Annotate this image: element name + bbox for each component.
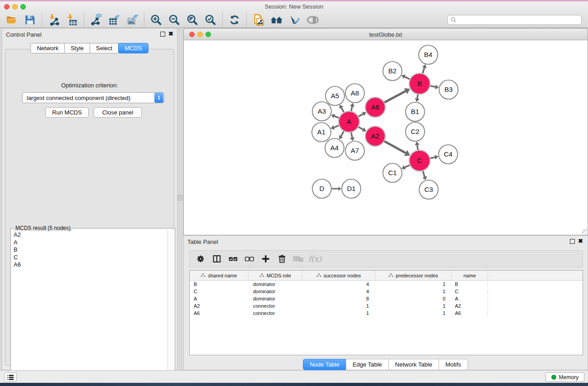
mcds-result-item[interactable]: B bbox=[12, 246, 166, 254]
open-session-button[interactable] bbox=[3, 13, 21, 27]
network-window-titlebar[interactable]: testGlobe.txt bbox=[183, 28, 588, 40]
graph-edge-A-A1[interactable] bbox=[334, 125, 339, 127]
export-network-button[interactable] bbox=[87, 13, 105, 27]
graph-edge-B-B3[interactable] bbox=[430, 86, 435, 87]
close-panel-icon[interactable]: ✖ bbox=[168, 30, 173, 38]
refresh-button[interactable] bbox=[225, 13, 244, 27]
close-panel-button[interactable]: Close panel bbox=[94, 107, 142, 118]
table-settings-button[interactable] bbox=[192, 252, 209, 266]
zoom-fit-button[interactable] bbox=[183, 13, 201, 27]
tab-network[interactable]: Network bbox=[30, 43, 65, 53]
column-layout-button[interactable] bbox=[209, 252, 225, 266]
close-panel-icon[interactable]: ✖ bbox=[578, 238, 583, 245]
memory-button[interactable]: Memory bbox=[545, 372, 584, 382]
task-history-button[interactable] bbox=[4, 372, 17, 382]
graph-edge-A-A8[interactable] bbox=[351, 106, 352, 111]
shared-column-icon bbox=[388, 273, 393, 278]
graph-node-label-A8: A8 bbox=[351, 89, 359, 97]
graph-edge-A-A2[interactable] bbox=[359, 127, 363, 130]
style-validator-button[interactable] bbox=[286, 13, 304, 27]
float-panel-icon[interactable] bbox=[570, 239, 575, 244]
run-mcds-button[interactable]: Run MCDS bbox=[45, 107, 89, 118]
tab-mcds[interactable]: MCDS bbox=[118, 43, 148, 53]
plus-icon bbox=[261, 254, 271, 264]
graph-edge-arrow bbox=[350, 103, 354, 107]
save-session-button[interactable] bbox=[21, 13, 39, 27]
import-network-button[interactable] bbox=[45, 13, 63, 27]
optimization-criterion-label: Optimization criterion: bbox=[5, 82, 174, 89]
shared-column-icon bbox=[201, 273, 206, 278]
tab-node-table[interactable]: Node Table bbox=[303, 359, 346, 370]
search-input[interactable] bbox=[457, 17, 578, 23]
tab-select[interactable]: Select bbox=[90, 43, 119, 53]
mcds-result-box: MCDS result (5 nodes) A2 A B C A6 bbox=[10, 228, 175, 382]
deselect-all-button[interactable] bbox=[241, 252, 258, 266]
graph-edge-C-C4[interactable] bbox=[430, 157, 435, 158]
toolbar-separator bbox=[246, 13, 247, 27]
graph-edge-A-A7[interactable] bbox=[351, 133, 352, 138]
graph-edge-C-C1[interactable] bbox=[405, 165, 410, 167]
result-list-scrollbar[interactable] bbox=[167, 229, 174, 381]
graph-edge-A-A4[interactable] bbox=[341, 131, 344, 136]
graph-edge-A-A3[interactable] bbox=[335, 116, 339, 118]
cell-name: A6 bbox=[452, 310, 488, 316]
column-header-shared-name[interactable]: shared name bbox=[190, 271, 249, 280]
import-table-button[interactable] bbox=[63, 13, 81, 27]
delete-table-button[interactable] bbox=[290, 252, 306, 266]
table-row[interactable]: B dominator 4 1 B bbox=[190, 281, 583, 288]
node-table: shared name MCDS role successor nodes bbox=[189, 270, 583, 355]
zoom-in-button[interactable] bbox=[147, 13, 165, 27]
graph-edge-B-B2[interactable] bbox=[405, 77, 410, 79]
table-row[interactable]: A6 connector 1 1 A6 bbox=[190, 310, 583, 317]
graph-node-label-B2: B2 bbox=[388, 67, 397, 75]
tab-style[interactable]: Style bbox=[64, 43, 90, 53]
criterion-dropdown[interactable]: largest connected component (directed) ▲… bbox=[22, 92, 164, 103]
column-header-mcds-role[interactable]: MCDS role bbox=[249, 271, 302, 280]
graph-edge-A-A5[interactable] bbox=[341, 108, 344, 112]
mcds-result-item[interactable]: C bbox=[12, 254, 166, 262]
toolbar-separator bbox=[84, 13, 84, 27]
graph-edge-B-B1[interactable] bbox=[417, 95, 418, 99]
title-bar: Session: New Session bbox=[0, 1, 588, 11]
mcds-result-title: MCDS result (5 nodes) bbox=[14, 225, 72, 231]
add-column-button[interactable] bbox=[258, 252, 274, 266]
function-builder-button[interactable]: f(x) bbox=[308, 254, 321, 263]
mcds-result-item[interactable]: A2 bbox=[12, 231, 166, 239]
table-row[interactable]: A dominator 8 0 A bbox=[190, 295, 583, 302]
show-hide-button[interactable] bbox=[304, 13, 322, 27]
home-button[interactable] bbox=[268, 13, 286, 27]
delete-column-button[interactable] bbox=[274, 252, 290, 266]
graph-node-label-C4: C4 bbox=[444, 150, 452, 158]
float-panel-icon[interactable] bbox=[160, 32, 165, 37]
zoom-selected-button[interactable] bbox=[201, 13, 220, 27]
graph-edge-arrow bbox=[415, 98, 420, 102]
graph-edge-C-C3[interactable] bbox=[423, 171, 425, 177]
column-header-name[interactable]: name bbox=[452, 271, 488, 280]
graph-edge-B-B4[interactable] bbox=[423, 67, 425, 73]
graph-edge-A6-B[interactable] bbox=[384, 91, 406, 102]
tab-network-table[interactable]: Network Table bbox=[388, 359, 439, 370]
column-header-predecessor-nodes[interactable]: predecessor nodes bbox=[375, 271, 452, 280]
cell-shared-name: A bbox=[190, 296, 249, 301]
tab-edge-table[interactable]: Edge Table bbox=[346, 359, 389, 370]
column-header-successor-nodes[interactable]: successor nodes bbox=[302, 271, 375, 280]
tab-motifs[interactable]: Motifs bbox=[439, 359, 468, 370]
clone-network-button[interactable] bbox=[249, 13, 268, 27]
zoom-out-button[interactable] bbox=[165, 13, 183, 27]
search-field[interactable] bbox=[447, 15, 582, 25]
export-image-button[interactable] bbox=[123, 13, 141, 27]
zoom-fit-icon bbox=[186, 14, 199, 26]
mcds-result-item[interactable]: A bbox=[12, 239, 166, 247]
graph-edge-C-C2[interactable] bbox=[417, 145, 418, 150]
vertical-split-handle[interactable] bbox=[178, 195, 182, 200]
dropdown-stepper-icon: ▲▼ bbox=[154, 93, 163, 103]
graph-edge-A2-C[interactable] bbox=[384, 141, 406, 153]
table-row[interactable]: C dominator 4 1 C bbox=[190, 288, 583, 295]
table-row[interactable]: A2 connector 1 1 A2 bbox=[190, 302, 583, 310]
select-all-button[interactable] bbox=[225, 252, 241, 266]
network-canvas[interactable]: B4B2BB3A5A8A6A3B1AA1C2A2A4A7C4CC1C3DD1 bbox=[183, 40, 588, 235]
graph-edge-A-A6[interactable] bbox=[359, 114, 363, 117]
mcds-result-item[interactable]: A6 bbox=[12, 261, 166, 269]
export-table-button[interactable] bbox=[105, 13, 123, 27]
resize-grip-icon[interactable] bbox=[582, 229, 587, 234]
